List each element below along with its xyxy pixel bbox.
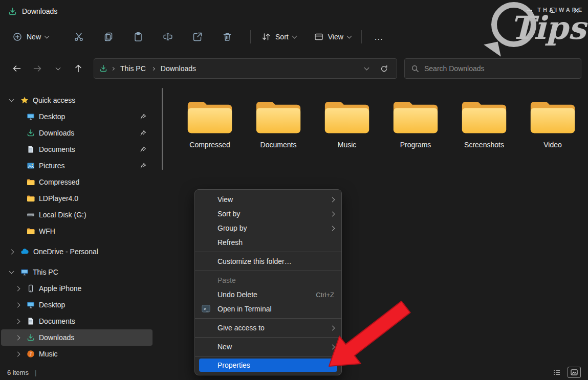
- search-box[interactable]: [404, 58, 581, 79]
- view-button-label: View: [328, 33, 343, 41]
- cut-button[interactable]: [67, 28, 91, 46]
- breadcrumb-downloads[interactable]: Downloads: [159, 64, 198, 73]
- recent-locations-button[interactable]: [48, 59, 68, 78]
- expand-chevron-icon[interactable]: [15, 319, 20, 324]
- menu-item-give-access-to[interactable]: Give access to: [195, 321, 341, 335]
- folder-name: Documents: [260, 141, 297, 149]
- search-input[interactable]: [424, 64, 575, 73]
- chevron-down-icon: [55, 65, 60, 71]
- sidebar-item-label: Quick access: [33, 96, 75, 104]
- menu-item-sort-by[interactable]: Sort by: [195, 207, 341, 221]
- sort-button-label: Sort: [275, 33, 289, 41]
- minimize-button[interactable]: [517, 0, 541, 20]
- expand-chevron-icon[interactable]: [15, 286, 20, 291]
- folder-icon: [323, 99, 371, 137]
- delete-button[interactable]: [215, 28, 239, 46]
- view-button[interactable]: View: [309, 28, 356, 46]
- maximize-button[interactable]: [541, 0, 564, 20]
- forward-button[interactable]: [27, 59, 48, 78]
- expand-chevron-icon[interactable]: [9, 269, 14, 274]
- sidebar-item-downloads-qa[interactable]: Downloads: [1, 125, 153, 141]
- rename-button[interactable]: [156, 28, 180, 46]
- sort-button[interactable]: Sort: [256, 28, 301, 46]
- address-dropdown-icon[interactable]: [364, 65, 369, 71]
- navigation-pane: Quick access Desktop Downloads: [0, 86, 154, 365]
- folder-tile-documents[interactable]: Documents: [250, 99, 307, 149]
- see-more-button[interactable]: …: [367, 28, 391, 46]
- folder-icon: [392, 99, 439, 137]
- folder-icon: [27, 195, 35, 202]
- address-bar[interactable]: This PC Downloads: [94, 58, 397, 79]
- folder-tile-screenshots[interactable]: Screenshots: [455, 99, 513, 149]
- menu-item-group-by[interactable]: Group by: [195, 221, 341, 235]
- sidebar-item-pictures-qa[interactable]: Pictures: [1, 158, 153, 174]
- sidebar-item-quick-access[interactable]: Quick access: [1, 92, 153, 108]
- folder-tile-video[interactable]: Video: [524, 99, 581, 149]
- back-button[interactable]: [7, 59, 27, 78]
- refresh-button[interactable]: [380, 64, 388, 73]
- menu-item-label: Customize this folder…: [217, 257, 292, 265]
- sidebar-item-apple-iphone[interactable]: Apple iPhone: [1, 280, 153, 297]
- toolbar-separator: [250, 30, 251, 43]
- close-button[interactable]: ✕: [564, 0, 588, 20]
- up-icon: [73, 63, 83, 74]
- paste-button[interactable]: [126, 28, 150, 46]
- menu-item-label: Properties: [217, 361, 250, 369]
- folder-tile-compressed[interactable]: Compressed: [181, 99, 238, 149]
- expand-chevron-icon[interactable]: [15, 351, 20, 356]
- window-title: Downloads: [22, 7, 57, 15]
- expand-chevron-icon[interactable]: [15, 335, 20, 340]
- menu-item-properties[interactable]: Properties: [199, 359, 337, 372]
- sidebar-item-onedrive[interactable]: OneDrive - Personal: [1, 243, 153, 260]
- sidebar-item-documents-qa[interactable]: Documents: [1, 141, 153, 158]
- sidebar-item-local-disk-g[interactable]: Local Disk (G:): [1, 207, 153, 223]
- folder-tile-programs[interactable]: Programs: [387, 99, 444, 149]
- chevron-down-icon: [45, 34, 50, 39]
- sidebar-item-label: Desktop: [39, 113, 65, 121]
- menu-separator: [195, 271, 341, 271]
- breadcrumb-this-pc[interactable]: This PC: [118, 64, 148, 73]
- sidebar-item-desktop-pc[interactable]: Desktop: [1, 297, 153, 313]
- expand-chevron-icon[interactable]: [9, 97, 14, 102]
- folder-name: Compressed: [189, 141, 230, 149]
- sidebar-item-ldplayer[interactable]: LDPlayer4.0: [1, 190, 153, 207]
- plus-circle-icon: [12, 32, 23, 42]
- sidebar-item-compressed[interactable]: Compressed: [1, 174, 153, 190]
- up-button[interactable]: [68, 59, 89, 78]
- menu-item-new[interactable]: New: [195, 340, 341, 354]
- menu-separator: [195, 337, 341, 338]
- sidebar-item-documents-pc[interactable]: Documents: [1, 313, 153, 329]
- menu-item-view[interactable]: View: [195, 192, 341, 207]
- expand-chevron-icon[interactable]: [9, 249, 14, 254]
- sidebar-item-music[interactable]: ♪ Music: [1, 346, 153, 362]
- sidebar-item-this-pc[interactable]: This PC: [1, 264, 153, 280]
- large-icons-view-icon: [570, 368, 578, 376]
- svg-text:>_: >_: [204, 307, 209, 311]
- sidebar-scrollbar[interactable]: [162, 88, 163, 170]
- sidebar-item-label: Downloads: [39, 333, 74, 342]
- folder-tile-music[interactable]: Music: [318, 99, 376, 149]
- menu-item-label: Group by: [217, 224, 247, 232]
- menu-item-customize-folder[interactable]: Customize this folder…: [195, 254, 341, 269]
- submenu-chevron-icon: [330, 211, 335, 216]
- copy-button[interactable]: [97, 28, 120, 46]
- menu-item-refresh[interactable]: Refresh: [195, 235, 341, 250]
- sidebar-item-downloads-pc[interactable]: Downloads: [1, 329, 153, 346]
- sidebar-item-desktop-qa[interactable]: Desktop: [1, 108, 153, 125]
- menu-item-undo-delete[interactable]: Undo Delete Ctrl+Z: [195, 287, 341, 302]
- large-icons-view-button[interactable]: [568, 367, 581, 378]
- new-button[interactable]: New: [7, 28, 54, 46]
- rename-icon: [163, 32, 173, 42]
- sidebar-item-wfh[interactable]: WFH: [1, 223, 153, 239]
- details-view-button[interactable]: [550, 367, 563, 378]
- menu-item-label: Give access to: [217, 324, 265, 332]
- chevron-down-icon: [292, 34, 297, 39]
- submenu-chevron-icon: [330, 344, 335, 349]
- menu-item-open-in-terminal[interactable]: >_ Open in Terminal: [195, 302, 341, 316]
- star-icon: [20, 96, 29, 104]
- folder-icon: [529, 99, 576, 137]
- pin-icon: [140, 163, 146, 169]
- expand-chevron-icon[interactable]: [15, 302, 20, 307]
- chevron-down-icon: [346, 34, 352, 39]
- share-button[interactable]: [186, 28, 209, 46]
